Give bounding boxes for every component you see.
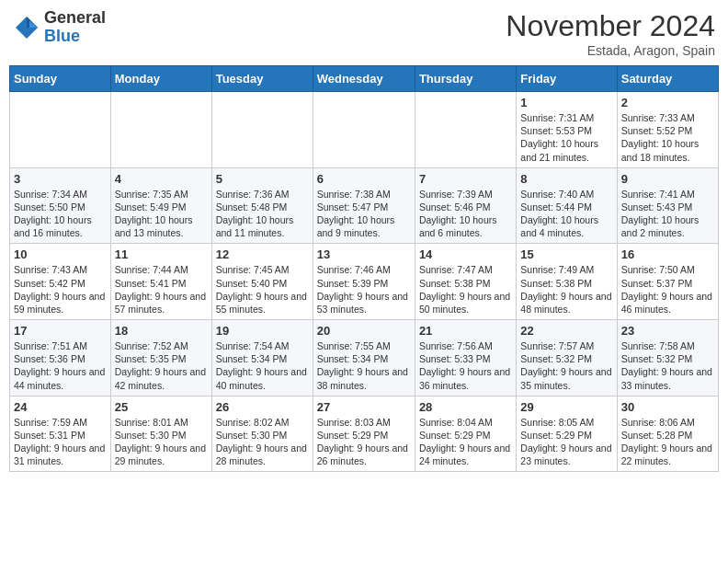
calendar-week-5: 24Sunrise: 7:59 AM Sunset: 5:31 PM Dayli… [10,396,719,472]
calendar-cell: 22Sunrise: 7:57 AM Sunset: 5:32 PM Dayli… [517,320,617,396]
day-number: 11 [115,247,208,261]
calendar-cell [211,92,313,168]
calendar-cell: 18Sunrise: 7:52 AM Sunset: 5:35 PM Dayli… [110,320,211,396]
day-info: Sunrise: 7:59 AM Sunset: 5:31 PM Dayligh… [14,416,107,468]
calendar-cell: 3Sunrise: 7:34 AM Sunset: 5:50 PM Daylig… [10,167,111,244]
day-info: Sunrise: 8:05 AM Sunset: 5:29 PM Dayligh… [520,416,612,468]
day-number: 29 [520,400,612,414]
calendar-cell: 13Sunrise: 7:46 AM Sunset: 5:39 PM Dayli… [313,244,415,320]
calendar-table: SundayMondayTuesdayWednesdayThursdayFrid… [9,65,719,472]
day-number: 21 [419,324,512,338]
day-number: 16 [621,247,714,261]
weekday-header-wednesday: Wednesday [313,66,415,92]
location: Estada, Aragon, Spain [506,43,715,58]
page-header: General Blue November 2024 Estada, Arago… [9,9,719,58]
day-info: Sunrise: 7:43 AM Sunset: 5:42 PM Dayligh… [14,263,107,316]
day-number: 14 [419,247,512,261]
day-info: Sunrise: 7:40 AM Sunset: 5:44 PM Dayligh… [520,188,612,240]
day-number: 20 [317,324,411,338]
logo-icon [13,14,40,41]
day-number: 17 [14,324,107,338]
calendar-cell: 11Sunrise: 7:44 AM Sunset: 5:41 PM Dayli… [110,244,211,320]
calendar-cell [10,92,111,168]
calendar-cell: 7Sunrise: 7:39 AM Sunset: 5:46 PM Daylig… [415,167,516,244]
calendar-week-1: 1Sunrise: 7:31 AM Sunset: 5:53 PM Daylig… [10,92,719,168]
logo-general: General [44,9,106,28]
calendar-cell: 14Sunrise: 7:47 AM Sunset: 5:38 PM Dayli… [415,244,516,320]
day-info: Sunrise: 7:34 AM Sunset: 5:50 PM Dayligh… [14,188,107,240]
day-info: Sunrise: 7:31 AM Sunset: 5:53 PM Dayligh… [520,111,612,164]
weekday-header-tuesday: Tuesday [211,66,313,92]
day-info: Sunrise: 7:33 AM Sunset: 5:52 PM Dayligh… [621,111,714,164]
weekday-header-sunday: Sunday [10,66,111,92]
day-number: 24 [14,400,107,414]
calendar-cell: 21Sunrise: 7:56 AM Sunset: 5:33 PM Dayli… [415,320,516,396]
day-info: Sunrise: 7:57 AM Sunset: 5:32 PM Dayligh… [520,339,612,392]
day-number: 6 [317,172,411,186]
calendar-cell [110,92,211,168]
calendar-cell: 28Sunrise: 8:04 AM Sunset: 5:29 PM Dayli… [415,396,516,472]
day-info: Sunrise: 7:55 AM Sunset: 5:34 PM Dayligh… [317,339,411,392]
calendar-cell: 8Sunrise: 7:40 AM Sunset: 5:44 PM Daylig… [517,167,617,244]
weekday-header-monday: Monday [110,66,211,92]
calendar-cell: 26Sunrise: 8:02 AM Sunset: 5:30 PM Dayli… [211,396,313,472]
day-info: Sunrise: 7:35 AM Sunset: 5:49 PM Dayligh… [115,188,208,240]
calendar-cell: 16Sunrise: 7:50 AM Sunset: 5:37 PM Dayli… [617,244,718,320]
day-info: Sunrise: 8:04 AM Sunset: 5:29 PM Dayligh… [419,416,512,468]
calendar-cell: 9Sunrise: 7:41 AM Sunset: 5:43 PM Daylig… [617,167,718,244]
calendar-cell: 27Sunrise: 8:03 AM Sunset: 5:29 PM Dayli… [313,396,415,472]
day-info: Sunrise: 7:52 AM Sunset: 5:35 PM Dayligh… [115,339,208,392]
calendar-week-4: 17Sunrise: 7:51 AM Sunset: 5:36 PM Dayli… [10,320,719,396]
day-number: 4 [115,172,208,186]
calendar-cell: 25Sunrise: 8:01 AM Sunset: 5:30 PM Dayli… [110,396,211,472]
day-info: Sunrise: 7:56 AM Sunset: 5:33 PM Dayligh… [419,339,512,392]
day-number: 27 [317,400,411,414]
day-number: 1 [520,96,612,109]
day-number: 12 [216,247,309,261]
day-number: 13 [317,247,411,261]
day-info: Sunrise: 7:45 AM Sunset: 5:40 PM Dayligh… [216,263,309,316]
day-info: Sunrise: 7:36 AM Sunset: 5:48 PM Dayligh… [216,188,309,240]
day-number: 7 [419,172,512,186]
calendar-cell: 23Sunrise: 7:58 AM Sunset: 5:32 PM Dayli… [617,320,718,396]
day-info: Sunrise: 7:51 AM Sunset: 5:36 PM Dayligh… [14,339,107,392]
calendar-cell: 15Sunrise: 7:49 AM Sunset: 5:38 PM Dayli… [517,244,617,320]
day-info: Sunrise: 8:02 AM Sunset: 5:30 PM Dayligh… [216,416,309,468]
day-info: Sunrise: 7:39 AM Sunset: 5:46 PM Dayligh… [419,188,512,240]
day-info: Sunrise: 7:41 AM Sunset: 5:43 PM Dayligh… [621,188,714,240]
calendar-cell: 5Sunrise: 7:36 AM Sunset: 5:48 PM Daylig… [211,167,313,244]
calendar-cell: 19Sunrise: 7:54 AM Sunset: 5:34 PM Dayli… [211,320,313,396]
day-number: 5 [216,172,309,186]
calendar-cell: 6Sunrise: 7:38 AM Sunset: 5:47 PM Daylig… [313,167,415,244]
weekday-header-saturday: Saturday [617,66,718,92]
day-number: 10 [14,247,107,261]
day-number: 8 [520,172,612,186]
calendar-cell: 24Sunrise: 7:59 AM Sunset: 5:31 PM Dayli… [10,396,111,472]
calendar-cell: 4Sunrise: 7:35 AM Sunset: 5:49 PM Daylig… [110,167,211,244]
day-number: 2 [621,96,714,109]
day-number: 25 [115,400,208,414]
day-info: Sunrise: 7:46 AM Sunset: 5:39 PM Dayligh… [317,263,411,316]
day-info: Sunrise: 8:01 AM Sunset: 5:30 PM Dayligh… [115,416,208,468]
weekday-header-friday: Friday [517,66,617,92]
calendar-week-3: 10Sunrise: 7:43 AM Sunset: 5:42 PM Dayli… [10,244,719,320]
calendar-cell: 17Sunrise: 7:51 AM Sunset: 5:36 PM Dayli… [10,320,111,396]
day-number: 19 [216,324,309,338]
day-info: Sunrise: 7:38 AM Sunset: 5:47 PM Dayligh… [317,188,411,240]
calendar-cell: 1Sunrise: 7:31 AM Sunset: 5:53 PM Daylig… [517,92,617,168]
month-title: November 2024 [506,9,715,43]
day-info: Sunrise: 7:54 AM Sunset: 5:34 PM Dayligh… [216,339,309,392]
calendar-cell: 30Sunrise: 8:06 AM Sunset: 5:28 PM Dayli… [617,396,718,472]
day-info: Sunrise: 7:58 AM Sunset: 5:32 PM Dayligh… [621,339,714,392]
day-info: Sunrise: 7:50 AM Sunset: 5:37 PM Dayligh… [621,263,714,316]
day-info: Sunrise: 7:47 AM Sunset: 5:38 PM Dayligh… [419,263,512,316]
day-info: Sunrise: 7:44 AM Sunset: 5:41 PM Dayligh… [115,263,208,316]
weekday-header-thursday: Thursday [415,66,516,92]
day-number: 23 [621,324,714,338]
calendar-cell [313,92,415,168]
logo: General Blue [13,9,106,46]
day-number: 22 [520,324,612,338]
calendar-cell: 10Sunrise: 7:43 AM Sunset: 5:42 PM Dayli… [10,244,111,320]
calendar-cell [415,92,516,168]
day-info: Sunrise: 8:06 AM Sunset: 5:28 PM Dayligh… [621,416,714,468]
